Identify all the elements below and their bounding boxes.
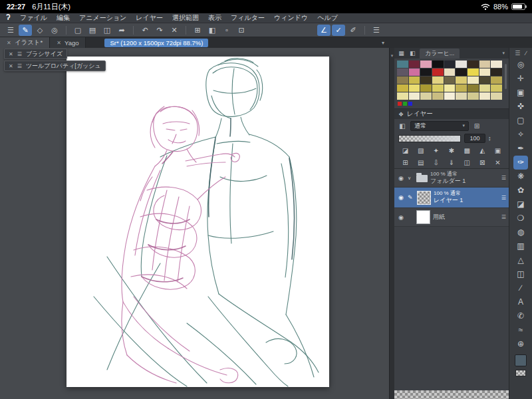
color-swatch[interactable] [444, 84, 456, 92]
color-swatch[interactable] [409, 84, 420, 92]
tab-yago[interactable]: ✕ Yago [50, 37, 86, 48]
color-swatch[interactable] [456, 92, 467, 100]
gradient-tool-icon[interactable]: ▥ [513, 239, 528, 253]
reference-icon[interactable]: ◎ [48, 25, 61, 36]
color-swatch[interactable] [491, 92, 502, 100]
divider-caret-icon[interactable]: ▾ [391, 53, 394, 58]
snap-line-icon[interactable]: ∠ [317, 25, 331, 36]
drag-handle-icon[interactable]: ☰ [501, 195, 506, 201]
color-swatch[interactable] [491, 84, 502, 92]
menu-item[interactable]: 編集 [57, 13, 70, 23]
drag-handle-icon[interactable]: ☰ [501, 214, 506, 220]
opacity-stepper[interactable]: ▴ ▾ [489, 136, 491, 141]
airbrush-tool-icon[interactable]: ❋ [513, 170, 528, 184]
close-icon[interactable]: ✕ [57, 40, 61, 46]
color-swatch[interactable] [420, 84, 432, 92]
crop-icon[interactable]: ⊡ [235, 25, 248, 36]
color-indicator[interactable] [398, 102, 402, 106]
selection-tool-icon[interactable]: ▢ [513, 114, 528, 128]
text-tool-icon[interactable]: A [513, 295, 528, 309]
clip-at-layer-icon[interactable]: ◪ [400, 147, 410, 154]
fill-tool-icon[interactable]: ◍ [513, 225, 528, 239]
layer-move-tool-icon[interactable]: ✜ [513, 100, 528, 114]
opacity-slider[interactable] [398, 135, 461, 142]
zoom-tool-icon[interactable]: ◎ [513, 58, 528, 72]
transfer-down-icon[interactable]: ⇩ [431, 159, 441, 166]
toolbar-overflow-icon[interactable]: ☰ [370, 25, 383, 36]
lock-layer-icon[interactable]: ✱ [446, 147, 456, 154]
mask-icon[interactable]: ◭ [477, 147, 487, 154]
color-slider-tab-icon[interactable]: ◧ [408, 50, 417, 57]
drawing-canvas[interactable] [66, 57, 329, 387]
menu-item[interactable]: 表示 [208, 13, 221, 23]
new-layer-icon[interactable]: ⊞ [400, 159, 410, 166]
brush-tool-icon[interactable]: ✎ [19, 25, 32, 36]
tab-scroll-caret-icon[interactable]: ▾ [382, 40, 384, 46]
undo-icon[interactable]: ↶ [138, 25, 152, 36]
color-swatch[interactable] [479, 84, 491, 92]
folder-expand-icon[interactable]: ∨ [408, 176, 414, 181]
color-swatch[interactable] [467, 92, 479, 100]
color-swatch[interactable] [432, 68, 444, 76]
menu-item[interactable]: ウィンドウ [274, 13, 308, 23]
toolbar-menu-icon[interactable]: ☰ [4, 25, 17, 36]
color-swatch[interactable] [420, 92, 432, 100]
tool-dock-pen-icon[interactable]: ∕ [525, 50, 527, 57]
tool-dock-menu-icon[interactable]: ☰ [515, 50, 520, 57]
pen-tool-icon[interactable]: ✒ [513, 142, 528, 156]
clear-icon[interactable]: ✕ [168, 25, 181, 36]
tone-icon[interactable]: ▨ [416, 147, 426, 154]
color-indicator[interactable] [408, 102, 412, 106]
color-swatch[interactable] [409, 68, 420, 76]
snap-curve-icon[interactable]: ✓ [332, 25, 345, 36]
color-swatch[interactable] [397, 68, 408, 76]
layer-color-icon[interactable]: ▣ [493, 147, 503, 154]
close-icon[interactable]: ✕ [7, 40, 11, 46]
ruler-tool-icon[interactable]: ∕ [513, 281, 528, 295]
color-swatch[interactable] [467, 84, 479, 92]
panel-divider[interactable]: ▾ [389, 48, 394, 399]
color-swatch[interactable] [491, 76, 502, 84]
document-title-badge[interactable]: Sr* (1200 x 1500px 72dpi 88.7%) [104, 39, 208, 47]
brush-size-palette-bar[interactable]: ✕ ☰ ブラシサイズ [4, 49, 67, 59]
decoration-tool-icon[interactable]: ✿ [513, 184, 528, 198]
transparent-color-chip[interactable] [515, 370, 526, 376]
drag-handle-icon[interactable]: ☰ [501, 175, 506, 181]
color-swatch[interactable] [432, 76, 444, 84]
color-swatch[interactable] [432, 61, 444, 68]
color-swatch[interactable] [479, 61, 491, 68]
step-down-icon[interactable]: ▾ [489, 138, 491, 141]
new-folder-icon[interactable]: ▤ [416, 159, 426, 166]
duplicate-icon[interactable]: ◫ [462, 159, 472, 166]
layer-thumbnail[interactable] [417, 191, 431, 205]
delete-layer-icon[interactable]: ✕ [493, 159, 503, 166]
color-wheel-tab-icon[interactable]: ▦ [397, 50, 406, 57]
layer-row-layer1[interactable]: ◉ ✎ 100 % 通常 レイヤー 1 ☰ [394, 188, 509, 208]
eyedropper-tool-icon[interactable]: ✧ [513, 128, 528, 142]
tab-color-history[interactable]: カラーヒ... [420, 49, 460, 59]
color-swatch[interactable] [479, 68, 491, 76]
color-swatch[interactable] [467, 76, 479, 84]
blend-extra-icon[interactable]: ⊞ [472, 122, 481, 130]
canvas-workspace[interactable]: ✕ ☰ ブラシサイズ ✕ ☰ ツールプロパティ[ガッシュ [0, 48, 389, 399]
eraser-tool-icon[interactable]: ◪ [513, 198, 528, 211]
color-swatch[interactable] [397, 92, 408, 100]
visibility-eye-icon[interactable]: ◉ [397, 194, 405, 201]
color-swatch[interactable] [491, 61, 502, 68]
visibility-eye-icon[interactable]: ◉ [397, 175, 405, 182]
close-icon[interactable]: ✕ [9, 63, 13, 69]
color-swatch[interactable] [444, 68, 456, 76]
menu-item[interactable]: ヘルプ [317, 13, 338, 23]
panel-collapse-icon[interactable]: ▾ [502, 51, 506, 56]
color-swatch[interactable] [467, 61, 479, 68]
balloon-tool-icon[interactable]: ✆ [513, 309, 528, 323]
palette-menu-icon[interactable]: ☰ [17, 63, 22, 69]
current-color-swatch[interactable] [515, 354, 527, 366]
menu-item[interactable]: フィルター [231, 13, 265, 23]
color-swatch[interactable] [409, 76, 420, 84]
blend-tool-icon[interactable]: ◇ [33, 25, 47, 36]
color-swatch[interactable] [456, 61, 467, 68]
export-icon[interactable]: ➦ [115, 25, 128, 36]
open-file-icon[interactable]: ▤ [86, 25, 99, 36]
color-swatch[interactable] [479, 76, 491, 84]
